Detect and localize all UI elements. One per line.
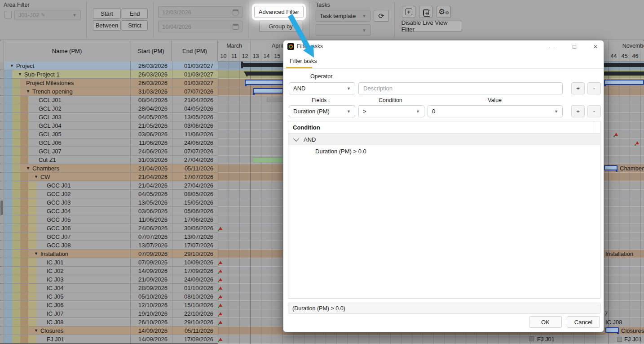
dialog-titlebar[interactable]: Filter tasks — □ ✕ bbox=[283, 40, 604, 53]
table-row[interactable]: GCC J0813/07/202617/07/2026 bbox=[0, 241, 218, 250]
end-button[interactable]: End bbox=[122, 9, 148, 19]
task-start-cell[interactable]: 14/09/2026 bbox=[130, 335, 172, 343]
task-name-cell[interactable]: GCL J05 bbox=[28, 130, 130, 138]
table-row[interactable]: GCL J0503/06/202611/06/2026 bbox=[0, 130, 218, 138]
expander-triangle-icon[interactable]: ▼ bbox=[18, 72, 22, 76]
task-end-cell[interactable]: 01/03/2027 bbox=[172, 70, 218, 78]
secondary-template-combobox[interactable]: ▼ bbox=[316, 24, 371, 36]
task-bracket-bar[interactable] bbox=[245, 80, 283, 85]
task-start-cell[interactable]: 21/05/2026 bbox=[130, 121, 172, 130]
task-end-cell[interactable]: 05/11/2026 bbox=[172, 326, 218, 335]
task-start-cell[interactable]: 21/04/2026 bbox=[130, 181, 172, 189]
task-start-cell[interactable]: 13/05/2026 bbox=[130, 198, 172, 206]
column-header-start[interactable]: Start (PM) bbox=[130, 40, 172, 62]
task-end-cell[interactable]: 17/09/2026 bbox=[172, 267, 218, 275]
table-row[interactable]: GCC J0121/04/202627/04/2026 bbox=[0, 181, 218, 190]
task-name-cell[interactable]: IC J01 bbox=[36, 258, 130, 266]
task-end-cell[interactable]: 24/06/2026 bbox=[172, 138, 218, 147]
task-end-cell[interactable]: 01/10/2026 bbox=[172, 284, 218, 292]
task-start-cell[interactable]: 08/04/2026 bbox=[130, 96, 172, 104]
task-name-cell[interactable]: GCC J05 bbox=[36, 215, 130, 223]
table-row[interactable]: GCC J0624/06/202630/06/2026 bbox=[0, 224, 218, 232]
task-name-cell[interactable]: GCL J07 bbox=[28, 147, 130, 155]
task-start-cell[interactable]: 14/09/2026 bbox=[130, 326, 172, 335]
task-name-cell[interactable]: ▼Sub-Project 1 bbox=[12, 70, 130, 78]
task-end-cell[interactable]: 24/09/2026 bbox=[172, 275, 218, 283]
task-end-cell[interactable]: 29/10/2026 bbox=[172, 250, 218, 258]
refresh-button[interactable]: ⟳ bbox=[374, 10, 389, 22]
splitter-handle[interactable] bbox=[0, 201, 3, 215]
summary-bar[interactable] bbox=[242, 63, 283, 67]
add-task-button[interactable]: + bbox=[402, 6, 415, 18]
task-end-cell[interactable]: 21/04/2026 bbox=[172, 96, 218, 104]
task-end-cell[interactable]: 07/07/2026 bbox=[172, 147, 218, 155]
task-start-cell[interactable]: 04/05/2026 bbox=[130, 190, 172, 198]
minimize-button[interactable]: — bbox=[544, 40, 560, 53]
task-end-cell[interactable]: 01/03/2027 bbox=[172, 62, 218, 70]
task-name-cell[interactable]: GCC J06 bbox=[36, 224, 130, 232]
expander-triangle-icon[interactable]: ▼ bbox=[34, 174, 38, 179]
table-row[interactable]: IC J0428/09/202601/10/2026 bbox=[0, 284, 218, 292]
task-start-cell[interactable]: 07/07/2026 bbox=[130, 232, 172, 241]
table-row[interactable]: Project Milestones26/03/202601/03/2027 bbox=[0, 79, 218, 87]
task-end-cell[interactable]: 22/10/2026 bbox=[172, 309, 218, 317]
ok-button[interactable]: OK bbox=[529, 316, 562, 328]
table-row[interactable]: ▼Installation07/09/202629/10/2026 bbox=[0, 250, 218, 258]
expander-triangle-icon[interactable]: ▼ bbox=[34, 251, 38, 256]
task-start-cell[interactable]: 14/09/2026 bbox=[130, 267, 172, 275]
task-name-cell[interactable]: Project Milestones bbox=[20, 79, 130, 87]
table-row[interactable]: IC J0826/10/202629/10/2026 bbox=[0, 318, 218, 326]
task-start-cell[interactable]: 07/09/2026 bbox=[130, 250, 172, 258]
summary-bar[interactable] bbox=[604, 71, 644, 76]
task-end-cell[interactable]: 07/07/2026 bbox=[172, 87, 218, 95]
task-name-cell[interactable]: IC J08 bbox=[36, 318, 130, 326]
task-end-cell[interactable]: 17/09/2026 bbox=[172, 335, 218, 343]
task-end-cell[interactable]: 17/06/2026 bbox=[172, 215, 218, 223]
between-button[interactable]: Between bbox=[93, 20, 121, 31]
task-name-cell[interactable]: GCC J04 bbox=[36, 207, 130, 215]
tree-node-and[interactable]: AND bbox=[288, 134, 600, 145]
task-start-cell[interactable]: 26/03/2026 bbox=[130, 70, 172, 78]
operator-combobox[interactable]: AND ▼ bbox=[289, 82, 355, 94]
task-start-cell[interactable]: 24/06/2026 bbox=[130, 147, 172, 155]
task-end-cell[interactable]: 08/10/2026 bbox=[172, 292, 218, 300]
task-marker-square[interactable] bbox=[529, 336, 534, 341]
remove-condition-button[interactable]: - bbox=[587, 105, 601, 117]
chevron-down-icon[interactable] bbox=[293, 136, 299, 142]
expander-triangle-icon[interactable]: ▼ bbox=[26, 89, 30, 94]
task-name-cell[interactable]: IC J03 bbox=[36, 275, 130, 283]
task-template-combobox[interactable]: Task template ▼ bbox=[316, 10, 371, 22]
task-end-cell[interactable]: 30/06/2026 bbox=[172, 224, 218, 232]
task-end-cell[interactable]: 27/04/2026 bbox=[172, 181, 218, 189]
task-end-cell[interactable]: 15/10/2026 bbox=[172, 301, 218, 309]
table-row[interactable]: GCC J0511/06/202617/06/2026 bbox=[0, 215, 218, 224]
expander-triangle-icon[interactable]: ▼ bbox=[34, 328, 38, 333]
task-name-cell[interactable]: GCL J04 bbox=[28, 121, 130, 130]
task-name-cell[interactable]: ▼CW bbox=[28, 173, 130, 181]
task-end-cell[interactable]: 13/07/2026 bbox=[172, 232, 218, 241]
task-start-cell[interactable]: 31/03/2026 bbox=[130, 156, 172, 164]
summary-bar[interactable] bbox=[604, 63, 644, 67]
task-start-cell[interactable]: 31/03/2026 bbox=[130, 87, 172, 95]
task-bar[interactable] bbox=[267, 98, 283, 102]
task-start-cell[interactable]: 21/09/2026 bbox=[130, 275, 172, 283]
task-start-cell[interactable]: 19/10/2026 bbox=[130, 309, 172, 317]
task-end-cell[interactable]: 17/07/2026 bbox=[172, 241, 218, 249]
group-by-button[interactable]: Group by bbox=[259, 21, 302, 32]
disable-live-view-filter-button[interactable]: Disable Live View Filter bbox=[401, 21, 462, 31]
task-start-cell[interactable]: 26/03/2026 bbox=[130, 62, 172, 70]
task-bracket-bar[interactable] bbox=[604, 165, 618, 170]
table-row[interactable]: GCL J0108/04/202621/04/2026 bbox=[0, 96, 218, 104]
table-row[interactable]: Cut Z131/03/202627/04/2026 bbox=[0, 156, 218, 164]
summary-bar[interactable] bbox=[246, 71, 283, 76]
table-row[interactable]: GCL J0611/06/202624/06/2026 bbox=[0, 138, 218, 147]
table-row[interactable]: GCC J0313/05/202615/05/2026 bbox=[0, 198, 218, 207]
table-row[interactable]: FJ J0114/09/202617/09/2026 bbox=[0, 335, 218, 344]
task-end-cell[interactable]: 15/05/2026 bbox=[172, 198, 218, 206]
task-name-cell[interactable]: ▼Chambers bbox=[20, 164, 130, 172]
table-row[interactable]: GCC J0204/05/202608/05/2026 bbox=[0, 190, 218, 198]
task-name-cell[interactable]: GCL J03 bbox=[28, 113, 130, 121]
table-row[interactable]: ▼CW21/04/202617/07/2026 bbox=[0, 173, 218, 181]
advanced-filter-button[interactable]: Advanced Filter bbox=[254, 6, 304, 18]
task-end-cell[interactable]: 27/04/2026 bbox=[172, 156, 218, 164]
